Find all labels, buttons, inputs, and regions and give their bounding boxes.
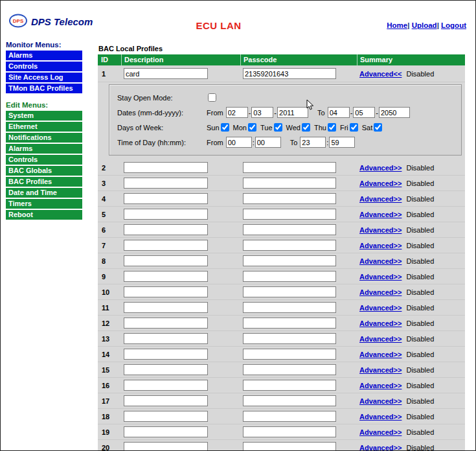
time-from-hour-input[interactable] (226, 137, 252, 148)
advanced-link[interactable]: Advanced>> (359, 304, 402, 312)
sidebar-item-alarms[interactable]: Alarms (6, 144, 82, 154)
passcode-input[interactable] (243, 442, 336, 451)
passcode-input[interactable] (243, 68, 336, 79)
sidebar-item-reboot[interactable]: Reboot (6, 210, 82, 220)
passcode-input[interactable] (243, 178, 336, 189)
sidebar-item-bac-globals[interactable]: BAC Globals (6, 166, 82, 176)
passcode-input[interactable] (243, 224, 336, 235)
description-input[interactable] (124, 240, 208, 251)
nav-link-logout[interactable]: Logout (441, 21, 466, 29)
day-checkbox-tue[interactable] (274, 123, 282, 132)
date-to-day-input[interactable] (353, 107, 375, 118)
passcode-input[interactable] (243, 271, 336, 282)
advanced-link[interactable]: Advanced>> (359, 195, 402, 203)
section-title: BAC Local Profiles (98, 45, 465, 52)
time-from-minute-input[interactable] (255, 137, 281, 148)
passcode-input[interactable] (243, 411, 336, 422)
date-to-month-input[interactable] (328, 107, 350, 118)
table-row: 14 Advanced>> Disabled (98, 347, 465, 362)
description-input[interactable] (124, 411, 208, 422)
date-from-day-input[interactable] (251, 107, 273, 118)
description-input[interactable] (124, 209, 208, 220)
advanced-link[interactable]: Advanced>> (359, 273, 402, 281)
advanced-link[interactable]: Advanced>> (359, 397, 402, 405)
day-checkbox-fri[interactable] (350, 123, 358, 132)
passcode-input[interactable] (243, 302, 336, 313)
passcode-input[interactable] (243, 255, 336, 266)
advanced-link[interactable]: Advanced>> (359, 211, 402, 218)
time-to-minute-input[interactable] (329, 137, 355, 148)
day-checkbox-mon[interactable] (248, 123, 256, 132)
advanced-link[interactable]: Advanced>> (359, 288, 402, 296)
passcode-input[interactable] (243, 395, 336, 406)
advanced-link[interactable]: Advanced>> (359, 366, 402, 374)
day-checkbox-sat[interactable] (374, 123, 382, 132)
day-checkbox-thu[interactable] (328, 123, 336, 132)
date-from-year-input[interactable] (277, 107, 308, 118)
time-to-hour-input[interactable] (300, 137, 326, 148)
sidebar-item-controls[interactable]: Controls (6, 155, 82, 165)
description-input[interactable] (124, 178, 208, 189)
day-checkbox-sun[interactable] (221, 123, 229, 132)
description-input[interactable] (124, 271, 208, 282)
advanced-link[interactable]: Advanced>> (359, 351, 402, 358)
sidebar-item-timers[interactable]: Timers (6, 199, 82, 209)
sidebar-item-tmon-bac-profiles[interactable]: TMon BAC Profiles (6, 84, 82, 93)
sidebar-item-alarms[interactable]: Alarms (6, 51, 82, 60)
passcode-input[interactable] (243, 162, 336, 173)
description-input[interactable] (124, 162, 208, 173)
description-input[interactable] (124, 333, 208, 344)
description-input[interactable] (124, 426, 208, 437)
nav-link-home[interactable]: Home (387, 21, 407, 29)
description-input[interactable] (124, 193, 208, 204)
sidebar-item-date-and-time[interactable]: Date and Time (6, 188, 82, 198)
advanced-link[interactable]: Advanced>> (359, 164, 402, 172)
advanced-link[interactable]: Advanced>> (359, 335, 402, 343)
description-input[interactable] (124, 380, 208, 391)
column-header-id: ID (98, 54, 121, 65)
description-input[interactable] (124, 224, 208, 235)
passcode-input[interactable] (243, 364, 336, 375)
stay-open-checkbox[interactable] (208, 93, 216, 102)
passcode-input[interactable] (243, 318, 336, 329)
description-input[interactable] (124, 349, 208, 360)
advanced-link[interactable]: Advanced>> (359, 226, 402, 234)
passcode-input[interactable] (243, 349, 336, 360)
passcode-input[interactable] (243, 193, 336, 204)
sidebar-item-notifications[interactable]: Notifications (6, 133, 82, 143)
description-input[interactable] (124, 442, 208, 451)
day-checkbox-wed[interactable] (302, 123, 310, 132)
nav-link-upload[interactable]: Upload (412, 21, 437, 29)
advanced-link[interactable]: Advanced>> (359, 444, 402, 451)
date-from-month-input[interactable] (226, 107, 248, 118)
day-label-thu: Thu (314, 124, 326, 132)
advanced-link[interactable]: Advanced>> (359, 413, 402, 421)
advanced-link[interactable]: Advanced>> (359, 179, 402, 187)
passcode-input[interactable] (243, 240, 336, 251)
advanced-link[interactable]: Advanced<< (359, 70, 402, 78)
passcode-input[interactable] (243, 209, 336, 220)
description-input[interactable] (124, 395, 208, 406)
sidebar-item-controls[interactable]: Controls (6, 62, 82, 71)
description-input[interactable] (124, 364, 208, 375)
description-input[interactable] (124, 286, 208, 297)
sidebar-item-bac-profiles[interactable]: BAC Profiles (6, 177, 82, 187)
sidebar-item-system[interactable]: System (6, 111, 82, 121)
description-input[interactable] (124, 255, 208, 266)
advanced-link[interactable]: Advanced>> (359, 382, 402, 389)
description-input[interactable] (124, 318, 208, 329)
date-to-year-input[interactable] (379, 107, 410, 118)
advanced-link[interactable]: Advanced>> (359, 257, 402, 265)
row-status: Disabled (406, 351, 434, 358)
advanced-link[interactable]: Advanced>> (359, 428, 402, 436)
sidebar-item-ethernet[interactable]: Ethernet (6, 122, 82, 132)
description-input[interactable] (124, 302, 208, 313)
advanced-link[interactable]: Advanced>> (359, 319, 402, 327)
advanced-link[interactable]: Advanced>> (359, 242, 402, 249)
passcode-input[interactable] (243, 286, 336, 297)
description-input[interactable] (124, 68, 208, 79)
sidebar-item-site-access-log[interactable]: Site Access Log (6, 73, 82, 82)
passcode-input[interactable] (243, 333, 336, 344)
passcode-input[interactable] (243, 380, 336, 391)
passcode-input[interactable] (243, 426, 336, 437)
